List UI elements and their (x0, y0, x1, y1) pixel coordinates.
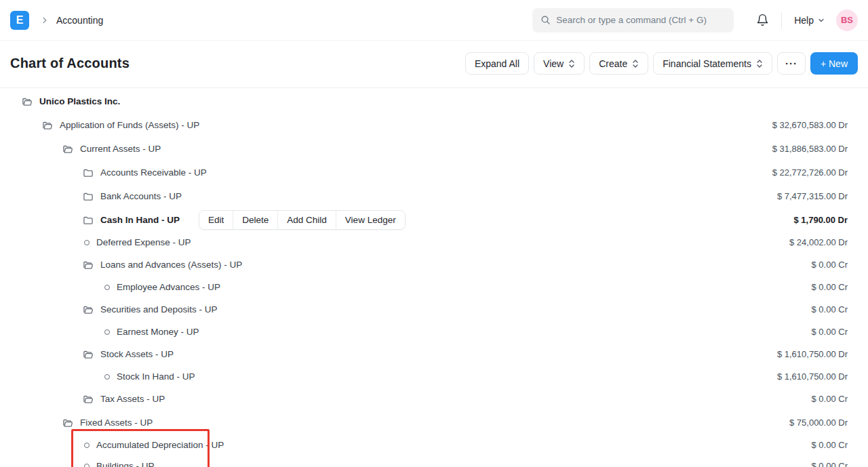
folder-open-icon[interactable] (83, 260, 94, 270)
account-tree: Unico Plastics Inc. Application of Funds… (0, 88, 868, 467)
header-actions: Expand All View Create Financial Stateme… (465, 52, 858, 75)
account-balance: $ 0.00 Cr (812, 282, 848, 292)
view-dropdown-button[interactable]: View (534, 52, 585, 75)
leaf-icon (104, 285, 110, 290)
expand-all-button[interactable]: Expand All (465, 52, 529, 75)
help-label: Help (794, 15, 814, 26)
account-label[interactable]: Accounts Receivable - UP (100, 167, 207, 178)
folder-open-icon[interactable] (62, 418, 73, 428)
account-balance: $ 0.00 Cr (812, 440, 848, 450)
create-label: Create (599, 58, 627, 69)
account-label[interactable]: Accumulated Depreciation - UP (96, 440, 224, 450)
node-context-toolbar: EditDeleteAdd ChildView Ledger (199, 210, 406, 230)
tree-row: Bank Accounts - UP $ 7,477,315.00 Dr (10, 184, 848, 208)
account-label[interactable]: Buildings - UP (96, 461, 155, 467)
up-down-chevrons-icon (756, 59, 763, 68)
context-add-child-button[interactable]: Add Child (278, 211, 336, 229)
notifications-bell-icon[interactable] (756, 14, 769, 26)
folder-open-icon[interactable] (83, 304, 94, 315)
folder-closed-icon[interactable] (83, 167, 94, 178)
search-placeholder: Search or type a command (Ctrl + G) (556, 15, 707, 25)
account-balance: $ 1,790.00 Dr (793, 215, 848, 225)
new-button[interactable]: + New (810, 52, 858, 75)
tree-row: Cash In Hand - UP EditDeleteAdd ChildVie… (10, 208, 848, 232)
tree-row: Fixed Assets - UP $ 75,000.00 Dr (10, 411, 848, 434)
tree-row: Loans and Advances (Assets) - UP $ 0.00 … (10, 253, 848, 277)
navbar-divider (781, 12, 782, 28)
folder-open-icon[interactable] (62, 144, 73, 155)
leaf-icon (84, 240, 90, 245)
account-balance: $ 24,002.00 Dr (789, 237, 848, 247)
tree-row: Stock In Hand - UP $ 1,610,750.00 Dr (10, 366, 848, 387)
tree-row: Securities and Deposits - UP $ 0.00 Cr (10, 298, 848, 321)
account-label[interactable]: Tax Assets - UP (100, 394, 165, 404)
account-label[interactable]: Application of Funds (Assets) - UP (60, 120, 199, 130)
context-view-ledger-button[interactable]: View Ledger (336, 211, 405, 229)
account-balance: $ 7,477,315.00 Dr (777, 191, 848, 201)
account-balance: $ 1,610,750.00 Dr (777, 371, 848, 382)
up-down-chevrons-icon (632, 59, 639, 68)
account-balance: $ 22,772,726.00 Dr (772, 167, 848, 178)
app-logo[interactable]: E (10, 11, 29, 30)
page-title: Chart of Accounts (10, 56, 130, 71)
tree-row: Application of Funds (Assets) - UP $ 32,… (10, 113, 848, 137)
tree-row: Tax Assets - UP $ 0.00 Cr (10, 387, 848, 411)
account-label[interactable]: Loans and Advances (Assets) - UP (100, 260, 242, 270)
account-label[interactable]: Cash In Hand - UP (100, 215, 180, 225)
chevron-down-icon (817, 16, 825, 24)
account-label[interactable]: Fixed Assets - UP (80, 418, 153, 428)
account-balance: $ 0.00 Cr (812, 394, 848, 404)
view-label: View (543, 58, 564, 69)
more-options-button[interactable]: ··· (777, 52, 806, 75)
account-label[interactable]: Current Assets - UP (80, 144, 161, 154)
page-header: Chart of Accounts Expand All View Create… (0, 41, 868, 87)
folder-closed-icon[interactable] (83, 215, 94, 226)
account-label[interactable]: Unico Plastics Inc. (39, 96, 120, 106)
account-label[interactable]: Bank Accounts - UP (100, 191, 182, 201)
tree-row: Employee Advances - UP $ 0.00 Cr (10, 277, 848, 298)
chevron-right-icon (40, 16, 50, 25)
financial-statements-dropdown-button[interactable]: Financial Statements (653, 52, 772, 75)
account-label[interactable]: Earnest Money - UP (117, 327, 199, 337)
folder-open-icon[interactable] (83, 394, 94, 405)
tree-row: Current Assets - UP $ 31,886,583.00 Dr (10, 137, 848, 161)
account-balance: $ 1,610,750.00 Dr (777, 349, 848, 359)
navbar: E Accounting Search or type a command (C… (0, 0, 868, 41)
context-edit-button[interactable]: Edit (199, 211, 233, 229)
leaf-icon (84, 443, 90, 448)
account-balance: $ 31,886,583.00 Dr (772, 144, 848, 154)
breadcrumb[interactable]: Accounting (56, 15, 103, 26)
context-delete-button[interactable]: Delete (233, 211, 278, 229)
account-balance: $ 75,000.00 Dr (789, 418, 848, 428)
tree-row: Accumulated Depreciation - UP $ 0.00 Cr (10, 434, 848, 455)
tree-row: Deferred Expense - UP $ 24,002.00 Dr (10, 232, 848, 253)
tree-row: Buildings - UP $ 0.00 Cr (10, 455, 848, 467)
leaf-icon (104, 329, 110, 335)
account-label[interactable]: Securities and Deposits - UP (100, 304, 218, 314)
tree-row: Unico Plastics Inc. (10, 89, 848, 113)
account-balance: $ 0.00 Cr (812, 461, 848, 467)
tree-row: Earnest Money - UP $ 0.00 Cr (10, 321, 848, 342)
account-label[interactable]: Stock Assets - UP (100, 349, 174, 359)
tree-row: Accounts Receivable - UP $ 22,772,726.00… (10, 161, 848, 184)
search-icon (540, 15, 551, 25)
folder-open-icon[interactable] (83, 349, 94, 360)
leaf-icon (84, 464, 90, 467)
account-balance: $ 0.00 Cr (812, 304, 848, 314)
account-label[interactable]: Deferred Expense - UP (96, 237, 191, 247)
folder-open-icon[interactable] (22, 96, 33, 107)
account-balance: $ 0.00 Cr (812, 327, 848, 337)
global-search-input[interactable]: Search or type a command (Ctrl + G) (532, 8, 734, 33)
tree-row: Stock Assets - UP $ 1,610,750.00 Dr (10, 342, 848, 366)
user-avatar[interactable]: BS (836, 9, 858, 31)
account-label[interactable]: Employee Advances - UP (117, 282, 220, 292)
folder-open-icon[interactable] (42, 120, 53, 131)
account-balance: $ 0.00 Cr (812, 260, 848, 270)
folder-closed-icon[interactable] (83, 191, 94, 202)
help-menu[interactable]: Help (794, 15, 825, 26)
create-dropdown-button[interactable]: Create (589, 52, 648, 75)
leaf-icon (104, 374, 110, 380)
expand-all-label: Expand All (475, 58, 519, 69)
account-label[interactable]: Stock In Hand - UP (117, 371, 195, 382)
up-down-chevrons-icon (568, 59, 575, 68)
